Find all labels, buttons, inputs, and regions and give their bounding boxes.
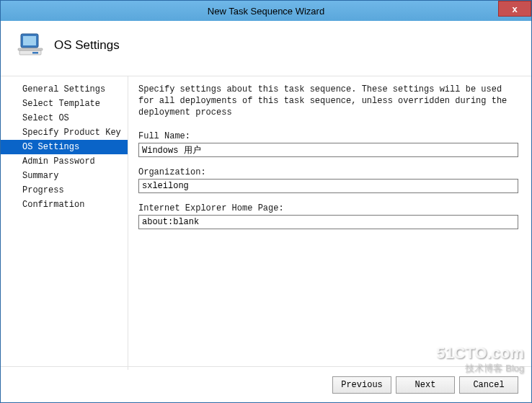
sidebar: General Settings Select Template Select … <box>1 76 128 370</box>
sidebar-item-general-settings[interactable]: General Settings <box>1 82 128 97</box>
previous-button[interactable]: Previous <box>332 376 391 394</box>
next-button[interactable]: Next <box>396 376 455 394</box>
sidebar-item-progress[interactable]: Progress <box>1 183 128 198</box>
sidebar-item-admin-password[interactable]: Admin Password <box>1 154 128 169</box>
cancel-button[interactable]: Cancel <box>459 376 518 394</box>
close-button[interactable]: x <box>498 1 531 17</box>
homepage-input[interactable] <box>138 215 518 229</box>
sidebar-item-summary[interactable]: Summary <box>1 169 128 183</box>
close-icon: x <box>512 4 517 14</box>
sidebar-item-os-settings[interactable]: OS Settings <box>1 140 128 154</box>
organization-label: Organization: <box>138 167 518 177</box>
wizard-footer: Previous Next Cancel <box>1 366 531 402</box>
sidebar-item-select-template[interactable]: Select Template <box>1 97 128 111</box>
titlebar: New Task Sequence Wizard x <box>1 1 531 21</box>
full-name-label: Full Name: <box>138 131 518 141</box>
sidebar-item-specify-product-key[interactable]: Specify Product Key <box>1 125 128 140</box>
wizard-body: General Settings Select Template Select … <box>1 76 531 370</box>
svg-rect-1 <box>23 36 36 45</box>
full-name-input[interactable] <box>138 143 518 157</box>
organization-input[interactable] <box>138 179 518 193</box>
wizard-window: New Task Sequence Wizard x OS Settings G… <box>0 0 532 403</box>
computer-icon <box>17 31 45 60</box>
main-panel: Specify settings about this task sequenc… <box>128 76 531 370</box>
window-title: New Task Sequence Wizard <box>208 6 324 17</box>
page-title: OS Settings <box>54 38 120 53</box>
sidebar-item-confirmation[interactable]: Confirmation <box>1 198 128 212</box>
homepage-label: Internet Explorer Home Page: <box>138 203 518 213</box>
sidebar-item-select-os[interactable]: Select OS <box>1 111 128 125</box>
description-text: Specify settings about this task sequenc… <box>138 84 518 118</box>
svg-rect-2 <box>18 48 43 50</box>
wizard-header: OS Settings <box>1 21 531 76</box>
svg-rect-4 <box>32 52 38 54</box>
